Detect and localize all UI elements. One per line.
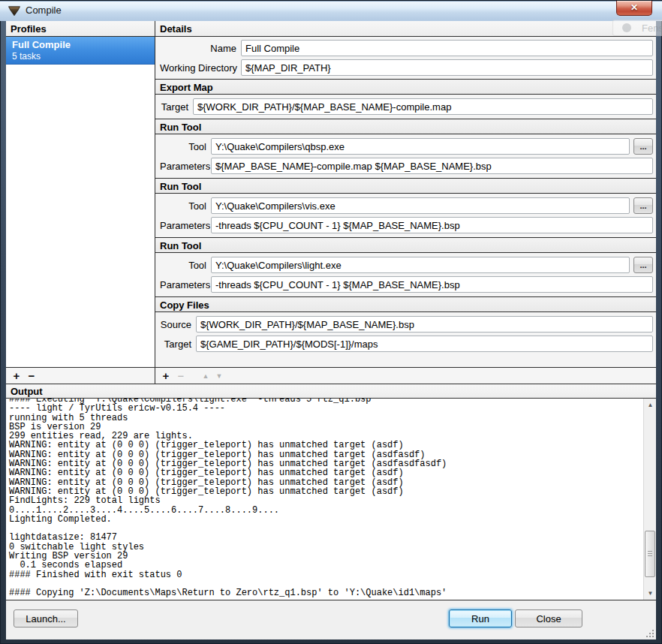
task-section-tool: Run ToolTool...Parameters [155, 178, 656, 233]
working-directory-input[interactable] [241, 59, 653, 76]
name-input[interactable] [241, 40, 653, 56]
tool-input[interactable] [211, 257, 630, 273]
tool-row: Tool... [160, 197, 653, 214]
close-window-button[interactable]: ✕ [616, 1, 652, 16]
section-title: Copy Files [155, 296, 656, 312]
console-line: lightdatasize: 81477 [9, 533, 643, 542]
scroll-down-icon[interactable]: ▼ [644, 587, 656, 600]
profile-list[interactable]: Full Compile 5 tasks [6, 37, 155, 367]
target-label: Target [160, 339, 191, 350]
console-line: WARNING: entity at (0 0 0) (trigger_tele… [9, 468, 643, 477]
task-section-copy: Copy FilesSourceTarget [155, 296, 656, 352]
console-line: #### Finished with exit status 0 [9, 570, 643, 579]
run-button[interactable]: Run [449, 609, 512, 627]
section-title: Run Tool [155, 119, 656, 134]
profile-task-count: 5 tasks [12, 51, 149, 62]
browse-button[interactable]: ... [633, 138, 653, 155]
working-directory-row: Working Directory [160, 59, 653, 76]
profiles-panel: Profiles Full Compile 5 tasks + − [6, 21, 155, 384]
source-label: Source [160, 319, 191, 330]
console-line: running with 5 threads [9, 414, 643, 423]
section-title: Run Tool [155, 237, 656, 253]
launch-button[interactable]: Launch... [14, 609, 78, 627]
output-panel: Output #### Executing 'Y:\Quake\Compiler… [6, 384, 656, 600]
console-line: #### Copying 'Z:\Documents\Maps\Return t… [9, 588, 643, 597]
name-row: Name [160, 40, 653, 56]
tool-label: Tool [160, 260, 206, 271]
add-profile-button[interactable]: + [11, 369, 23, 383]
trenchbroom-shield-icon [8, 4, 21, 17]
target-input[interactable] [196, 336, 653, 352]
tool-row: Tool... [160, 257, 653, 273]
profile-name: Full Compile [12, 39, 149, 51]
tool-input[interactable] [211, 138, 630, 155]
parameters-label: Parameters [160, 220, 206, 231]
output-console[interactable]: #### Executing 'Y:\Quake\Compilers\light… [6, 399, 656, 600]
tool-row: Tool... [160, 138, 653, 155]
target-input[interactable] [193, 98, 653, 115]
task-section-tool: Run ToolTool...Parameters [155, 119, 656, 174]
console-line: 0....1....2....3....4....5....6....7....… [9, 506, 643, 515]
details-body: Name Working Directory Export MapTargetR… [155, 37, 656, 367]
main-split: Profiles Full Compile 5 tasks + − Detail… [6, 21, 656, 384]
tool-label: Tool [160, 200, 206, 212]
browse-button[interactable]: ... [633, 257, 653, 273]
task-section-export: Export MapTarget [155, 79, 656, 115]
console-line: FindLights: 229 total lights [9, 496, 643, 505]
details-panel: Details Name Working Directory Export Ma… [155, 21, 656, 384]
move-task-up-button[interactable]: ▲ [200, 369, 211, 383]
parameters-label: Parameters [160, 161, 206, 172]
target-row: Target [160, 98, 653, 115]
output-header: Output [6, 384, 656, 399]
source-row: Source [160, 316, 653, 333]
parameters-input[interactable] [211, 276, 653, 293]
console-line: WARNING: entity at (0 0 0) (trigger_tele… [9, 441, 643, 450]
target-row: Target [160, 336, 653, 352]
dialog-content: Profiles Full Compile 5 tasks + − Detail… [6, 21, 656, 639]
close-button[interactable]: Close [515, 609, 582, 627]
section-title: Run Tool [155, 178, 656, 194]
working-directory-label: Working Directory [160, 62, 236, 74]
parameters-label: Parameters [160, 279, 206, 290]
remove-task-button[interactable]: − [175, 369, 187, 383]
console-line: 0.1 seconds elapsed [9, 561, 643, 570]
section-title: Export Map [155, 79, 656, 95]
parameters-input[interactable] [211, 158, 653, 174]
move-task-down-button[interactable]: ▼ [214, 369, 224, 383]
compile-dialog: Compile ✕ Fenste Profiles Full Compile 5… [0, 0, 662, 644]
details-sections: Export MapTargetRun ToolTool...Parameter… [155, 79, 656, 352]
browse-button[interactable]: ... [633, 197, 653, 214]
scroll-up-icon[interactable]: ▲ [644, 399, 656, 411]
add-task-button[interactable]: + [160, 369, 172, 383]
parameters-row: Parameters [160, 158, 653, 174]
profile-item-selected[interactable]: Full Compile 5 tasks [6, 37, 155, 65]
profiles-header: Profiles [6, 21, 155, 37]
scrollbar-grip [648, 551, 652, 557]
parameters-input[interactable] [211, 217, 653, 233]
title-bar[interactable]: Compile ✕ [0, 0, 662, 21]
source-input[interactable] [196, 316, 653, 333]
tool-label: Tool [160, 141, 206, 152]
console-line: Lighting Completed. [9, 515, 643, 524]
target-label: Target [160, 101, 188, 113]
name-label: Name [160, 43, 236, 54]
tasks-toolbar: + − ▲ ▼ [155, 367, 656, 384]
details-header: Details [155, 21, 656, 37]
footer-bar: Launch... Run Close [6, 600, 656, 639]
parameters-row: Parameters [160, 217, 653, 233]
profiles-toolbar: + − [6, 367, 155, 384]
task-section-tool: Run ToolTool...Parameters [155, 237, 656, 293]
window-title: Compile [26, 5, 62, 16]
tool-input[interactable] [211, 197, 630, 214]
console-line: ---- light / TyrUtils ericw-v0.15.4 ---- [9, 404, 643, 413]
console-text: #### Executing 'Y:\Quake\Compilers\light… [6, 399, 643, 600]
remove-profile-button[interactable]: − [26, 369, 38, 383]
resize-grip[interactable] [645, 628, 654, 637]
scrollbar-thumb[interactable] [645, 531, 655, 577]
parameters-row: Parameters [160, 276, 653, 293]
output-scrollbar[interactable]: ▲ ▼ [643, 399, 656, 600]
